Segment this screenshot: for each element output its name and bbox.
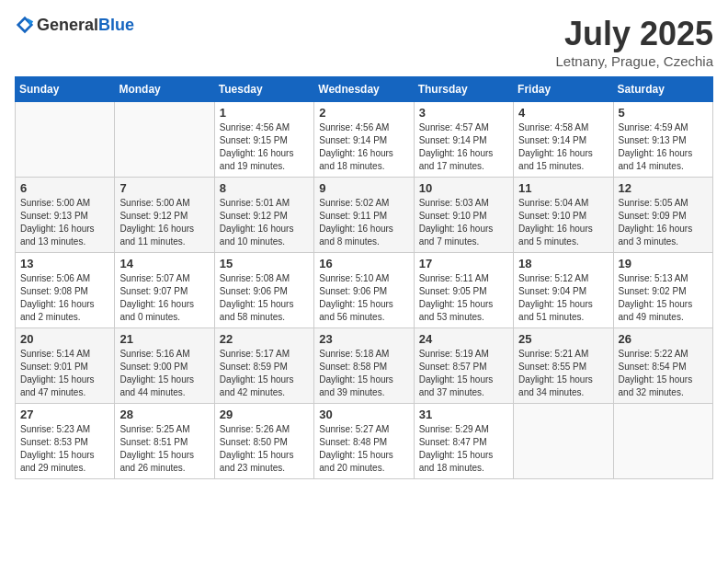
day-info: Sunrise: 5:18 AM Sunset: 8:58 PM Dayligh… [319,348,408,399]
calendar-cell: 4Sunrise: 4:58 AM Sunset: 9:14 PM Daylig… [514,102,613,178]
calendar-cell: 3Sunrise: 4:57 AM Sunset: 9:14 PM Daylig… [414,102,513,178]
weekday-tuesday: Tuesday [214,77,313,102]
week-row-2: 6Sunrise: 5:00 AM Sunset: 9:13 PM Daylig… [16,178,713,253]
day-number: 3 [419,106,508,120]
day-info: Sunrise: 5:05 AM Sunset: 9:09 PM Dayligh… [619,197,708,248]
calendar-cell: 16Sunrise: 5:10 AM Sunset: 9:06 PM Dayli… [314,253,414,328]
day-number: 23 [319,332,408,346]
day-info: Sunrise: 5:00 AM Sunset: 9:13 PM Dayligh… [20,197,109,248]
day-info: Sunrise: 5:21 AM Sunset: 8:55 PM Dayligh… [518,348,608,399]
day-info: Sunrise: 5:25 AM Sunset: 8:51 PM Dayligh… [119,423,209,475]
calendar-cell: 2Sunrise: 4:56 AM Sunset: 9:14 PM Daylig… [314,102,414,178]
day-info: Sunrise: 5:03 AM Sunset: 9:10 PM Dayligh… [419,197,508,248]
day-info: Sunrise: 4:58 AM Sunset: 9:14 PM Dayligh… [518,121,608,173]
day-number: 20 [20,332,109,346]
calendar-cell: 8Sunrise: 5:01 AM Sunset: 9:12 PM Daylig… [214,178,313,253]
logo-blue: Blue [98,16,134,34]
calendar-cell: 14Sunrise: 5:07 AM Sunset: 9:07 PM Dayli… [115,253,214,328]
day-info: Sunrise: 5:17 AM Sunset: 8:59 PM Dayligh… [220,348,309,399]
calendar: SundayMondayTuesdayWednesdayThursdayFrid… [15,76,713,479]
day-info: Sunrise: 4:57 AM Sunset: 9:14 PM Dayligh… [419,121,508,173]
day-number: 30 [319,408,408,421]
day-number: 28 [119,408,209,421]
calendar-cell: 23Sunrise: 5:18 AM Sunset: 8:58 PM Dayli… [314,328,414,404]
day-number: 17 [419,257,508,270]
day-number: 8 [220,181,309,195]
day-number: 26 [619,332,708,346]
calendar-cell: 18Sunrise: 5:12 AM Sunset: 9:04 PM Dayli… [514,253,613,328]
day-info: Sunrise: 4:56 AM Sunset: 9:14 PM Dayligh… [319,121,408,173]
calendar-cell [115,102,214,178]
weekday-thursday: Thursday [414,77,513,102]
day-number: 19 [619,257,708,270]
day-info: Sunrise: 5:19 AM Sunset: 8:57 PM Dayligh… [419,348,508,399]
calendar-cell: 31Sunrise: 5:29 AM Sunset: 8:47 PM Dayli… [414,404,513,479]
day-number: 22 [220,332,309,346]
day-info: Sunrise: 5:06 AM Sunset: 9:08 PM Dayligh… [20,272,109,324]
calendar-cell: 27Sunrise: 5:23 AM Sunset: 8:53 PM Dayli… [16,404,115,479]
calendar-cell: 13Sunrise: 5:06 AM Sunset: 9:08 PM Dayli… [16,253,115,328]
calendar-cell: 19Sunrise: 5:13 AM Sunset: 9:02 PM Dayli… [613,253,712,328]
day-info: Sunrise: 4:59 AM Sunset: 9:13 PM Dayligh… [619,121,708,173]
day-number: 6 [20,181,109,195]
day-info: Sunrise: 5:07 AM Sunset: 9:07 PM Dayligh… [119,272,209,324]
calendar-cell: 9Sunrise: 5:02 AM Sunset: 9:11 PM Daylig… [314,178,414,253]
calendar-cell: 21Sunrise: 5:16 AM Sunset: 9:00 PM Dayli… [115,328,214,404]
calendar-cell: 22Sunrise: 5:17 AM Sunset: 8:59 PM Dayli… [214,328,313,404]
day-info: Sunrise: 4:56 AM Sunset: 9:15 PM Dayligh… [220,121,309,173]
weekday-saturday: Saturday [613,77,712,102]
day-info: Sunrise: 5:04 AM Sunset: 9:10 PM Dayligh… [518,197,608,248]
weekday-monday: Monday [115,77,214,102]
day-number: 10 [419,181,508,195]
day-number: 1 [220,106,309,120]
day-number: 4 [518,106,608,120]
calendar-cell: 5Sunrise: 4:59 AM Sunset: 9:13 PM Daylig… [613,102,712,178]
day-info: Sunrise: 5:13 AM Sunset: 9:02 PM Dayligh… [619,272,708,324]
day-info: Sunrise: 5:08 AM Sunset: 9:06 PM Dayligh… [220,272,309,324]
day-info: Sunrise: 5:11 AM Sunset: 9:05 PM Dayligh… [419,272,508,324]
day-info: Sunrise: 5:12 AM Sunset: 9:04 PM Dayligh… [518,272,608,324]
logo: GeneralBlue [15,15,134,35]
day-number: 31 [419,408,508,421]
calendar-cell: 15Sunrise: 5:08 AM Sunset: 9:06 PM Dayli… [214,253,313,328]
calendar-cell [16,102,115,178]
day-info: Sunrise: 5:16 AM Sunset: 9:00 PM Dayligh… [119,348,209,399]
day-info: Sunrise: 5:23 AM Sunset: 8:53 PM Dayligh… [20,423,109,475]
day-number: 5 [619,106,708,120]
calendar-cell: 6Sunrise: 5:00 AM Sunset: 9:13 PM Daylig… [16,178,115,253]
day-number: 21 [119,332,209,346]
calendar-cell: 29Sunrise: 5:26 AM Sunset: 8:50 PM Dayli… [214,404,313,479]
calendar-cell: 1Sunrise: 4:56 AM Sunset: 9:15 PM Daylig… [214,102,313,178]
day-number: 11 [518,181,608,195]
weekday-header-row: SundayMondayTuesdayWednesdayThursdayFrid… [16,77,713,102]
calendar-cell: 11Sunrise: 5:04 AM Sunset: 9:10 PM Dayli… [514,178,613,253]
day-number: 12 [619,181,708,195]
day-info: Sunrise: 5:10 AM Sunset: 9:06 PM Dayligh… [319,272,408,324]
calendar-cell [613,404,712,479]
day-info: Sunrise: 5:26 AM Sunset: 8:50 PM Dayligh… [220,423,309,475]
day-number: 29 [220,408,309,421]
day-number: 16 [319,257,408,270]
week-row-5: 27Sunrise: 5:23 AM Sunset: 8:53 PM Dayli… [16,404,713,479]
day-number: 13 [20,257,109,270]
location-title: Letnany, Prague, Czechia [556,53,714,69]
day-number: 24 [419,332,508,346]
week-row-3: 13Sunrise: 5:06 AM Sunset: 9:08 PM Dayli… [16,253,713,328]
calendar-cell [514,404,613,479]
day-number: 7 [119,181,209,195]
logo-general: General [37,16,98,34]
day-info: Sunrise: 5:14 AM Sunset: 9:01 PM Dayligh… [20,348,109,399]
day-number: 18 [518,257,608,270]
calendar-cell: 10Sunrise: 5:03 AM Sunset: 9:10 PM Dayli… [414,178,513,253]
weekday-sunday: Sunday [16,77,115,102]
calendar-cell: 30Sunrise: 5:27 AM Sunset: 8:48 PM Dayli… [314,404,414,479]
title-area: July 2025 Letnany, Prague, Czechia [556,15,714,69]
weekday-friday: Friday [514,77,613,102]
day-number: 25 [518,332,608,346]
month-title: July 2025 [556,15,714,53]
day-info: Sunrise: 5:22 AM Sunset: 8:54 PM Dayligh… [619,348,708,399]
calendar-cell: 28Sunrise: 5:25 AM Sunset: 8:51 PM Dayli… [115,404,214,479]
calendar-cell: 7Sunrise: 5:00 AM Sunset: 9:12 PM Daylig… [115,178,214,253]
day-number: 15 [220,257,309,270]
day-number: 14 [119,257,209,270]
